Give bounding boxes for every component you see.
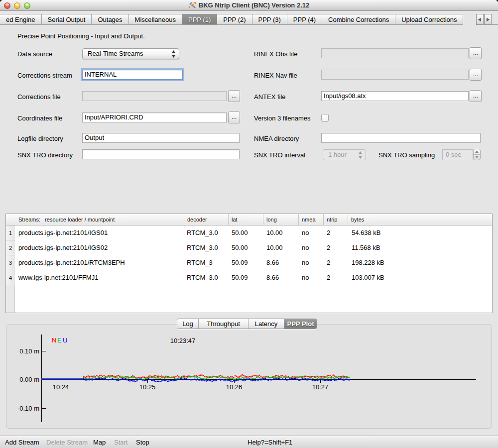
tab-scroll-right-button[interactable] — [484, 14, 492, 25]
bottom-tab-latency[interactable]: Latency — [249, 319, 284, 329]
table-cell: 2 — [324, 255, 349, 270]
rinex-obs-file-label: RINEX Obs file — [254, 50, 297, 58]
coordinates-file-browse-button[interactable]: ... — [228, 112, 240, 123]
table-cell: RTCM_3 — [184, 255, 229, 270]
snx-tro-interval-label: SNX TRO interval — [254, 151, 305, 159]
tab-ppp-4[interactable]: PPP (4) — [287, 14, 322, 25]
table-cell: no — [299, 225, 324, 240]
table-cell: 2 — [324, 240, 349, 255]
ppp-input-output-panel: Precise Point Positioning - Input and Ou… — [0, 25, 498, 209]
row-number: 4 — [6, 270, 15, 285]
tab-outages[interactable]: Outages — [92, 14, 128, 25]
table-cell: 198.228 kB — [349, 255, 493, 270]
logfile-directory-label: Logfile directory — [17, 135, 63, 142]
tab-ed-engine[interactable]: ed Engine — [0, 14, 42, 25]
bottom-tab-log[interactable]: Log — [177, 319, 199, 329]
antex-file-browse-button[interactable]: ... — [470, 90, 482, 102]
table-header-bytes[interactable]: bytes — [348, 214, 493, 225]
statusbar-stop[interactable]: Stop — [136, 436, 149, 448]
tab-combine-corrections[interactable]: Combine Corrections — [322, 14, 395, 25]
table-cell: 8.66 — [263, 255, 299, 270]
table-row-number-column: 1234 — [6, 225, 15, 313]
table-cell: 50.09 — [229, 255, 263, 270]
table-row[interactable]: products.igs-ip.net:2101/IGS02RTCM_3.050… — [15, 240, 492, 255]
svg-text:0.10 m: 0.10 m — [19, 347, 39, 355]
bottom-tab-throughput[interactable]: Throughput — [199, 319, 249, 329]
bottom-tab-bar: LogThroughputLatencyPPP Plot — [177, 319, 317, 329]
tab-scroll-left-button[interactable] — [476, 14, 484, 25]
table-cell: no — [299, 255, 324, 270]
ppp-plot-panel: 0.10 m0.00 m-0.10 m10:2410:2510:2610:27N… — [6, 324, 492, 429]
table-header-long[interactable]: long — [263, 214, 298, 225]
table-row[interactable]: www.igs-ip.net:2101/FFMJ1RTCM_3.050.098.… — [15, 270, 492, 285]
statusbar-start: Start — [114, 436, 127, 448]
table-cell: 8.66 — [263, 270, 299, 285]
table-cell: 50.09 — [229, 270, 263, 285]
svg-text:10:26: 10:26 — [226, 383, 243, 391]
table-row[interactable]: products.igs-ip.net:2101/RTCM3EPHRTCM_35… — [15, 255, 492, 270]
svg-text:10:27: 10:27 — [312, 383, 329, 391]
statusbar-help-shift-f1[interactable]: Help?=Shift+F1 — [248, 436, 292, 448]
table-cell: no — [299, 270, 324, 285]
corrections-stream-label: Corrections stream — [17, 72, 72, 79]
bottom-tab-ppp-plot[interactable]: PPP Plot — [284, 319, 317, 329]
right-arrow-icon — [486, 17, 490, 22]
snx-tro-interval-value: 1 hour — [328, 151, 347, 158]
tab-strip: ed EngineSerial OutputOutagesMiscellaneo… — [0, 14, 463, 25]
svg-text:10:24: 10:24 — [53, 383, 69, 391]
snx-tro-directory-input[interactable] — [82, 149, 240, 159]
tab-miscellaneous[interactable]: Miscellaneous — [129, 14, 182, 25]
window-title: BKG Ntrip Client (BNC) Version 2.12 — [199, 1, 309, 9]
rinex-nav-file-browse-button[interactable]: ... — [470, 69, 482, 81]
rinex-nav-file-label: RINEX Nav file — [254, 72, 297, 79]
data-source-dropdown[interactable]: Real-Time Streams — [82, 48, 179, 59]
coordinates-file-input[interactable]: Input/APRIORI.CRD — [82, 112, 227, 122]
table-cell: 10.00 — [263, 240, 299, 255]
table-header-nmea[interactable]: nmea — [298, 214, 323, 225]
tab-upload-corrections[interactable]: Upload Corrections — [395, 14, 463, 25]
antex-file-input[interactable]: Input/igs08.atx — [321, 91, 469, 101]
table-row[interactable]: products.igs-ip.net:2101/IGS01RTCM_3.050… — [15, 225, 492, 240]
rinex-obs-file-browse-button[interactable]: ... — [470, 47, 482, 59]
svg-text:N: N — [52, 336, 56, 344]
snx-tro-sampling-spinner — [473, 149, 481, 160]
corrections-file-browse-button[interactable]: ... — [228, 90, 240, 102]
table-cell: products.igs-ip.net:2101/IGS01 — [15, 225, 184, 240]
nmea-directory-label: NMEA directory — [254, 135, 299, 142]
statusbar-map[interactable]: Map — [93, 436, 106, 448]
svg-text:10:23:47: 10:23:47 — [170, 337, 196, 344]
table-cell: 50.00 — [229, 225, 263, 240]
tab-ppp-2[interactable]: PPP (2) — [217, 14, 252, 25]
spinner-down-button — [474, 155, 480, 160]
updown-arrows-icon — [358, 151, 363, 159]
table-cell: products.igs-ip.net:2101/IGS02 — [15, 240, 184, 255]
svg-text:10:25: 10:25 — [139, 383, 156, 391]
tab-serial-output[interactable]: Serial Output — [42, 14, 92, 25]
status-bar: Add StreamDelete StreamMapStartStopHelp?… — [0, 436, 498, 448]
corrections-file-label: Corrections file — [17, 93, 61, 101]
table-header-ntrip[interactable]: ntrip — [323, 214, 348, 225]
table-header: Streams: resource loader / mountpointdec… — [6, 214, 492, 225]
app-icon — [189, 1, 196, 9]
statusbar-add-stream[interactable]: Add Stream — [5, 436, 39, 448]
svg-text:E: E — [57, 336, 62, 344]
corrections-stream-input[interactable]: INTERNAL — [82, 70, 183, 80]
svg-text:U: U — [63, 336, 67, 344]
logfile-directory-input[interactable]: Output — [82, 133, 240, 143]
row-number: 1 — [6, 225, 15, 240]
row-number: 2 — [6, 240, 15, 255]
table-cell: 54.638 kB — [349, 225, 493, 240]
table-header-decoder[interactable]: decoder — [184, 214, 228, 225]
nmea-directory-input[interactable] — [321, 133, 481, 143]
table-header-streams[interactable]: Streams: resource loader / mountpoint — [6, 214, 184, 225]
snx-tro-sampling-input: 0 sec — [442, 149, 473, 160]
coordinates-file-label: Coordinates file — [17, 114, 62, 122]
tab-ppp-1[interactable]: PPP (1) — [182, 14, 217, 25]
version3-filenames-checkbox[interactable] — [321, 114, 329, 121]
svg-text:-0.10 m: -0.10 m — [17, 405, 39, 412]
main-tab-bar: ed EngineSerial OutputOutagesMiscellaneo… — [0, 11, 498, 25]
table-cell: 50.00 — [229, 240, 263, 255]
tab-ppp-3[interactable]: PPP (3) — [252, 14, 287, 25]
table-cell: 103.007 kB — [349, 270, 493, 285]
table-header-lat[interactable]: lat — [228, 214, 263, 225]
